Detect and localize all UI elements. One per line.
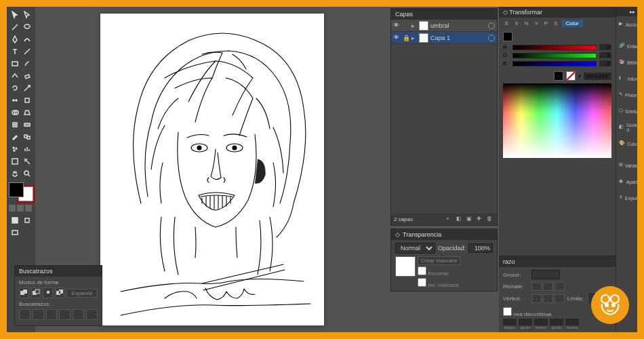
eyedropper-tool[interactable] (9, 131, 21, 142)
dash-input[interactable] (534, 319, 548, 325)
layer-row[interactable]: 👁 🔒 ▸ Capa 1 (391, 32, 497, 44)
selection-tool[interactable] (9, 9, 21, 20)
minus-front-icon[interactable] (31, 287, 41, 298)
cap-round-icon[interactable] (543, 282, 553, 291)
perspective-tool[interactable] (22, 106, 34, 118)
g-value[interactable]: 0 (599, 52, 611, 58)
layers-panel-header[interactable]: Capas (391, 9, 497, 20)
change-screen-icon[interactable] (22, 226, 34, 238)
crop-icon[interactable] (59, 309, 71, 320)
gradient-tool[interactable] (22, 119, 34, 130)
minus-back-icon[interactable] (86, 309, 98, 320)
pathfinder-header[interactable]: Buscatrazos (15, 266, 102, 277)
appearance-panel-icon[interactable]: ◉Apari (616, 174, 637, 190)
color-mode-c[interactable]: Color (562, 20, 583, 27)
make-mask-button[interactable]: Crear máscara (418, 256, 460, 265)
locate-layer-icon[interactable]: ⌖ (446, 216, 454, 223)
symbol-sprayer-tool[interactable] (9, 143, 21, 155)
unite-icon[interactable] (19, 287, 29, 298)
gradient-mode-icon[interactable] (17, 205, 24, 212)
dash-checkbox[interactable] (503, 307, 512, 316)
exclude-icon[interactable] (55, 287, 65, 298)
shaper-tool[interactable] (9, 70, 21, 81)
visibility-icon[interactable]: 👁 (393, 22, 401, 29)
curvature-tool[interactable] (22, 33, 34, 45)
mesh-tool[interactable] (9, 119, 21, 130)
color-mode-n[interactable]: N (523, 20, 531, 27)
eraser-tool[interactable] (22, 70, 34, 81)
target-icon[interactable] (488, 22, 495, 29)
clip-mask-icon[interactable]: ◧ (456, 216, 464, 223)
strip-expand-icon[interactable]: ▸▸ (616, 7, 637, 16)
outline-icon[interactable] (73, 309, 84, 320)
active-color-swatch[interactable] (554, 71, 563, 81)
cap-butt-icon[interactable] (531, 282, 542, 291)
gap-input[interactable] (519, 319, 532, 325)
info-panel-icon[interactable]: ℹInfor (616, 71, 637, 87)
color-mode-p[interactable]: P (542, 20, 550, 27)
variables-panel-icon[interactable]: ⊞Variab (616, 157, 637, 174)
opacity-input[interactable] (468, 243, 493, 253)
join-bevel-icon[interactable] (555, 294, 565, 303)
clip-checkbox[interactable]: Recortar (418, 266, 460, 277)
divide-icon[interactable] (19, 309, 31, 320)
color-mode-icon[interactable] (9, 205, 16, 212)
color-themes-panel-icon[interactable]: 🎨Color (616, 136, 637, 152)
expand-button[interactable]: Expandir (66, 289, 98, 298)
lock-icon[interactable]: 🔒 (403, 35, 409, 41)
rectangle-tool[interactable] (9, 58, 21, 69)
merge-icon[interactable] (46, 309, 58, 320)
chevron-right-icon[interactable]: ▸ (411, 35, 417, 41)
trim-icon[interactable] (33, 309, 44, 320)
delete-layer-icon[interactable]: 🗑 (487, 216, 494, 223)
blend-mode-select[interactable]: Normal (395, 243, 435, 254)
artboard-tool[interactable] (9, 155, 21, 167)
none-mode-icon[interactable] (25, 205, 32, 212)
pen-tool[interactable] (9, 33, 21, 45)
r-slider[interactable] (512, 45, 597, 50)
gap-input[interactable] (550, 319, 563, 325)
rotate-tool[interactable] (9, 82, 21, 94)
slice-tool[interactable] (22, 155, 34, 167)
visibility-icon[interactable]: 👁 (393, 34, 401, 41)
line-tool[interactable] (22, 45, 34, 57)
hex-value[interactable]: 000000 (584, 73, 611, 80)
dash-input[interactable] (503, 319, 517, 325)
transform-panel-header[interactable]: ◇ Transformar (499, 7, 616, 18)
layer-row[interactable]: 👁 ▸ umbral (391, 20, 497, 32)
transparency-header[interactable]: ◇ Transparencia (391, 229, 497, 240)
shape-builder-tool[interactable] (9, 106, 21, 118)
draw-normal-icon[interactable] (9, 214, 21, 226)
chevron-right-icon[interactable]: ▸ (411, 22, 417, 29)
fill-stroke-swatches[interactable] (9, 182, 33, 201)
type-tool[interactable] (9, 45, 21, 57)
layer-name[interactable]: umbral (430, 22, 486, 29)
intersect-icon[interactable] (43, 287, 53, 298)
g-slider[interactable] (512, 53, 597, 58)
free-transform-tool[interactable] (22, 94, 34, 106)
width-tool[interactable] (9, 94, 21, 106)
scale-tool[interactable] (22, 82, 34, 94)
fill-swatch[interactable] (9, 182, 24, 197)
color-spectrum[interactable] (503, 83, 611, 158)
dash-input[interactable] (565, 319, 579, 325)
layer-name[interactable]: Capa 1 (430, 35, 486, 41)
fill-color-swatch[interactable] (503, 32, 512, 41)
zoom-tool[interactable] (22, 167, 34, 179)
magic-wand-tool[interactable] (9, 21, 21, 33)
direct-selection-tool[interactable] (22, 9, 34, 20)
lasso-tool[interactable] (22, 21, 34, 33)
actions-panel-icon[interactable]: ▶Accio (616, 16, 637, 33)
column-graph-tool[interactable] (22, 143, 34, 155)
target-icon[interactable] (488, 35, 495, 41)
object-thumbnail[interactable] (395, 256, 416, 277)
r-value[interactable]: 0 (599, 44, 611, 50)
screen-mode-icon[interactable] (9, 226, 21, 238)
b-slider[interactable] (512, 61, 597, 66)
links-panel-icon[interactable]: 🔗Enlac (616, 38, 637, 54)
stroke-weight-input[interactable] (531, 270, 560, 279)
color-mode-x[interactable]: X (512, 20, 520, 27)
new-layer-icon[interactable]: ✚ (477, 216, 484, 223)
join-miter-icon[interactable] (531, 294, 542, 303)
cap-square-icon[interactable] (555, 282, 565, 291)
